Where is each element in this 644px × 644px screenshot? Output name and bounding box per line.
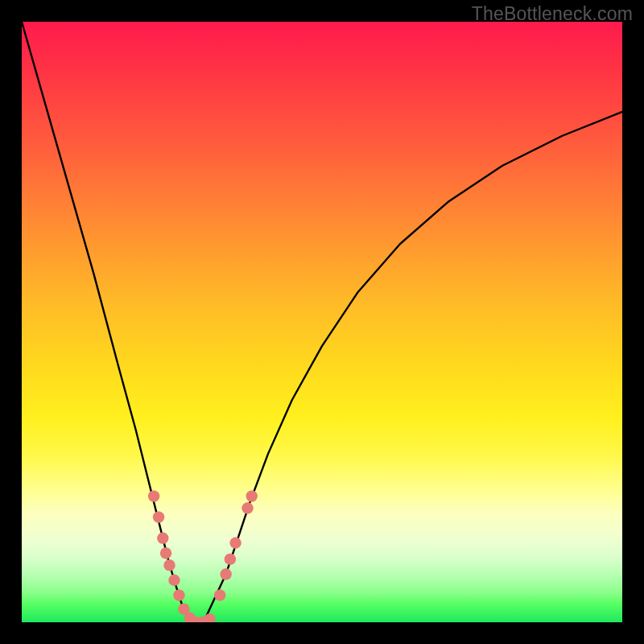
data-point	[214, 589, 225, 601]
data-point	[160, 547, 171, 559]
data-point	[157, 532, 168, 543]
data-point	[153, 511, 164, 522]
data-point	[148, 490, 159, 502]
bottleneck-curve	[22, 22, 622, 622]
data-point	[220, 568, 231, 580]
curve-layer	[22, 22, 622, 622]
data-point	[204, 613, 215, 622]
data-point	[229, 537, 241, 548]
data-point	[242, 502, 253, 514]
data-point	[163, 559, 175, 571]
data-point	[225, 553, 236, 564]
data-point	[168, 575, 180, 586]
data-points	[148, 490, 258, 622]
chart-frame: TheBottleneck.com	[0, 0, 644, 644]
data-point	[173, 589, 184, 601]
curve-path	[22, 22, 622, 622]
data-point	[246, 490, 258, 502]
plot-area	[22, 22, 622, 622]
